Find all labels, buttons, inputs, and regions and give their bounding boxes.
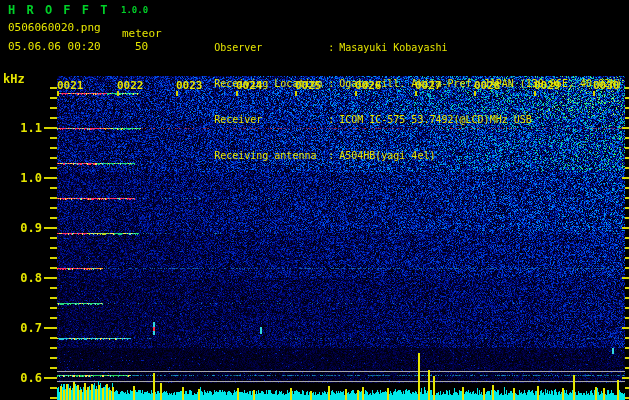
time-label-0024: 0024: [236, 79, 263, 92]
freq-label-0.7: 0.7: [6, 321, 42, 335]
info-colon: :: [328, 42, 339, 54]
info-colon: :: [328, 114, 339, 126]
app-title: H R O F F T: [8, 3, 109, 17]
time-label-0026: 0026: [355, 79, 382, 92]
date-time: 05.06.06 00:20: [8, 40, 101, 53]
freq-label-0.6: 0.6: [6, 371, 42, 385]
info-row-receiver: Receiver:ICOM IC-575 53.7492(@LCD)MHz US…: [178, 102, 622, 114]
mode-label: meteor: [122, 27, 162, 40]
time-label-0028: 0028: [474, 79, 501, 92]
freq-label-1.0: 1.0: [6, 171, 42, 185]
info-label: Observer: [214, 42, 328, 54]
freq-label-0.9: 0.9: [6, 221, 42, 235]
info-colon: :: [328, 78, 339, 90]
info-row-observer: Observer:Masayuki Kobayashi: [178, 30, 622, 42]
info-colon: :: [328, 150, 339, 162]
info-label: Receiving antenna: [214, 150, 328, 162]
info-row-antenna: Receiving antenna:A504HB(yagi 4el): [178, 138, 622, 150]
app-version: 1.0.0: [121, 5, 148, 15]
info-value: A504HB(yagi 4el): [339, 150, 435, 161]
freq-label-1.1: 1.1: [6, 121, 42, 135]
time-label-0030: 0030: [593, 79, 620, 92]
time-label-0027: 0027: [415, 79, 442, 92]
freq-label-0.8: 0.8: [6, 271, 42, 285]
time-label-0023: 0023: [176, 79, 203, 92]
output-filename: 0506060020.png: [8, 21, 101, 34]
info-value: ICOM IC-575 53.7492(@LCD)MHz USB: [339, 114, 532, 125]
info-row-location: Receiving Location:Ogata-vill. Akita-Pre…: [178, 66, 622, 78]
hrofft-window: H R O F F T 1.0.0 0506060020.png meteor …: [0, 0, 629, 400]
time-label-0029: 0029: [534, 79, 561, 92]
time-label-0022: 0022: [117, 79, 144, 92]
freq-axis-unit: kHz: [3, 72, 25, 86]
info-value: Masayuki Kobayashi: [339, 42, 447, 53]
time-label-0021: 0021: [57, 79, 84, 92]
meteor-count: 50: [135, 40, 148, 53]
time-label-0025: 0025: [295, 79, 322, 92]
info-label: Receiver: [214, 114, 328, 126]
